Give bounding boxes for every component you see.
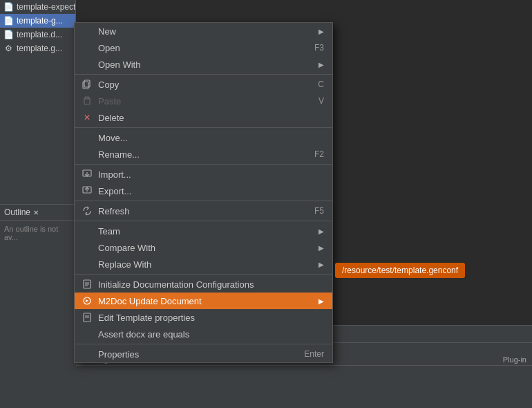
submenu-arrow: ▶ <box>319 61 324 68</box>
menu-label-m2doc-update: M2Doc Update Document <box>98 296 316 306</box>
separator <box>75 344 332 344</box>
menu-label-open: Open <box>98 43 301 53</box>
properties-icon <box>80 349 94 360</box>
file-panel: 📄 template-expected.docx 📄 template-g...… <box>0 0 76 408</box>
shortcut-open: F3 <box>314 43 324 53</box>
submenu-tooltip: /resource/test/template.genconf <box>335 263 465 278</box>
move-icon <box>80 132 94 143</box>
shortcut-refresh: F5 <box>314 206 324 216</box>
outline-header: Outline ✕ <box>0 205 76 221</box>
refresh-icon <box>80 205 94 216</box>
menu-label-open-with: Open With <box>98 59 316 70</box>
separator <box>75 274 332 275</box>
menu-label-team: Team <box>98 226 316 237</box>
outline-title: Outline <box>4 207 30 217</box>
file-item-selected[interactable]: 📄 template-g... <box>0 14 75 28</box>
separator <box>75 74 332 75</box>
separator <box>75 127 332 128</box>
compare-icon <box>80 242 94 253</box>
menu-item-export[interactable]: Export... <box>75 183 332 199</box>
paste-icon <box>80 95 94 106</box>
separator <box>75 164 332 165</box>
submenu-arrow: ▶ <box>319 28 324 35</box>
edit-template-icon <box>80 312 94 323</box>
file-item[interactable]: ⚙ template.g... <box>0 41 75 55</box>
open-with-icon <box>80 59 94 70</box>
menu-label-compare-with: Compare With <box>98 243 316 253</box>
menu-label-export: Export... <box>98 186 324 196</box>
file-icon: 📄 <box>3 29 14 40</box>
rename-icon <box>80 149 94 160</box>
menu-item-replace-with[interactable]: Replace With ▶ <box>75 256 332 272</box>
menu-item-new[interactable]: New ▶ <box>75 23 332 39</box>
menu-item-m2doc-update[interactable]: M2Doc Update Document ▶ <box>75 293 332 309</box>
menu-label-edit-template: Edit Template properties <box>98 313 324 323</box>
file-icon: 📄 <box>3 1 14 12</box>
open-icon <box>80 42 94 53</box>
menu-label-init-doc: Initialize Documentation Configurations <box>98 279 324 290</box>
submenu-tooltip-text: /resource/test/template.genconf <box>342 266 458 275</box>
menu-item-open-with[interactable]: Open With ▶ <box>75 56 332 73</box>
replace-icon <box>80 259 94 270</box>
shortcut-properties: Enter <box>304 349 324 359</box>
menu-item-import[interactable]: Import... <box>75 166 332 183</box>
menu-label-rename: Rename... <box>98 149 301 160</box>
file-icon: ⚙ <box>3 43 14 54</box>
new-icon <box>80 26 94 37</box>
file-name: template-expected.docx <box>17 2 75 12</box>
init-doc-icon <box>80 279 94 290</box>
shortcut-rename: F2 <box>314 149 324 159</box>
file-item[interactable]: 📄 template.d... <box>0 28 75 41</box>
menu-label-copy: Copy <box>98 80 304 90</box>
submenu-arrow: ▶ <box>319 261 324 268</box>
outline-body: An outline is not av... <box>0 221 76 245</box>
menu-item-copy[interactable]: Copy C <box>75 76 332 93</box>
menu-label-new: New <box>98 26 316 37</box>
separator <box>75 201 332 201</box>
menu-item-team[interactable]: Team ▶ <box>75 223 332 239</box>
menu-item-assert-docx[interactable]: Assert docx are equals <box>75 326 332 342</box>
menu-label-move: Move... <box>98 133 324 143</box>
file-name: template.d... <box>17 30 62 39</box>
team-icon <box>80 225 94 237</box>
assert-icon <box>80 328 94 340</box>
m2doc-icon <box>80 295 94 306</box>
outline-close-icon[interactable]: ✕ <box>33 209 39 216</box>
menu-label-paste: Paste <box>98 96 305 106</box>
menu-item-move[interactable]: Move... <box>75 129 332 146</box>
menu-label-import: Import... <box>98 169 324 180</box>
menu-item-paste: Paste V <box>75 93 332 109</box>
menu-item-open[interactable]: Open F3 <box>75 39 332 56</box>
table-header-plugin: Plug-in <box>503 355 526 364</box>
menu-item-rename[interactable]: Rename... F2 <box>75 146 332 163</box>
menu-label-replace-with: Replace With <box>98 259 316 270</box>
menu-item-init-doc[interactable]: Initialize Documentation Configurations <box>75 276 332 293</box>
submenu-arrow: ▶ <box>319 228 324 235</box>
menu-item-compare-with[interactable]: Compare With ▶ <box>75 239 332 256</box>
file-item[interactable]: 📄 template-expected.docx <box>0 0 75 14</box>
menu-item-edit-template[interactable]: Edit Template properties <box>75 309 332 326</box>
submenu-arrow: ▶ <box>319 297 324 305</box>
shortcut-copy: C <box>318 80 324 89</box>
menu-item-properties[interactable]: Properties Enter <box>75 346 332 362</box>
context-menu: New ▶ Open F3 Open With ▶ Copy C Paste V… <box>74 22 333 363</box>
menu-item-delete[interactable]: ✕ Delete <box>75 109 332 126</box>
import-icon <box>80 169 94 180</box>
menu-label-assert-docx: Assert docx are equals <box>98 329 324 340</box>
file-name: template.g... <box>17 44 62 53</box>
file-name: template-g... <box>17 16 63 26</box>
file-icon: 📄 <box>3 15 14 26</box>
export-icon <box>80 185 94 196</box>
delete-icon: ✕ <box>80 112 94 123</box>
menu-item-refresh[interactable]: Refresh F5 <box>75 203 332 219</box>
outline-panel: Outline ✕ An outline is not av... <box>0 204 76 408</box>
copy-icon <box>80 79 94 90</box>
menu-label-refresh: Refresh <box>98 206 301 216</box>
submenu-arrow: ▶ <box>319 244 324 252</box>
menu-label-delete: Delete <box>98 113 324 123</box>
menu-label-properties: Properties <box>98 349 290 360</box>
shortcut-paste: V <box>319 96 324 106</box>
outline-text: An outline is not av... <box>4 225 58 241</box>
separator <box>75 221 332 221</box>
